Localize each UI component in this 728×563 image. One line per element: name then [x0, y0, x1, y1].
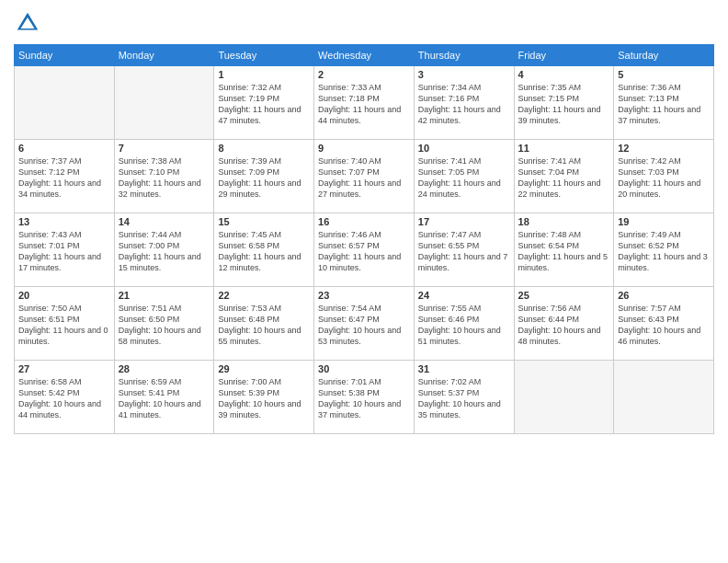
calendar-cell [114, 66, 214, 140]
day-info: Sunrise: 7:42 AM Sunset: 7:03 PM Dayligh… [618, 155, 710, 201]
day-info: Sunrise: 7:39 AM Sunset: 7:09 PM Dayligh… [218, 155, 310, 201]
calendar-cell: 2Sunrise: 7:33 AM Sunset: 7:18 PM Daylig… [314, 66, 415, 140]
day-info: Sunrise: 7:00 AM Sunset: 5:39 PM Dayligh… [218, 376, 310, 421]
day-number: 30 [318, 363, 410, 374]
day-number: 15 [218, 216, 310, 227]
calendar-cell: 21Sunrise: 7:51 AM Sunset: 6:50 PM Dayli… [114, 287, 214, 361]
day-info: Sunrise: 7:37 AM Sunset: 7:12 PM Dayligh… [18, 155, 110, 201]
calendar-cell: 26Sunrise: 7:57 AM Sunset: 6:43 PM Dayli… [614, 287, 714, 361]
day-number: 19 [618, 216, 710, 227]
day-info: Sunrise: 7:01 AM Sunset: 5:38 PM Dayligh… [318, 376, 410, 421]
day-number: 24 [418, 290, 510, 301]
calendar-week-4: 20Sunrise: 7:50 AM Sunset: 6:51 PM Dayli… [15, 287, 714, 361]
day-number: 1 [218, 69, 310, 80]
day-number: 28 [119, 363, 210, 374]
col-header-thursday: Thursday [414, 45, 514, 66]
calendar-cell: 4Sunrise: 7:35 AM Sunset: 7:15 PM Daylig… [514, 66, 614, 140]
day-info: Sunrise: 7:40 AM Sunset: 7:07 PM Dayligh… [318, 155, 410, 201]
day-info: Sunrise: 7:50 AM Sunset: 6:51 PM Dayligh… [18, 303, 110, 348]
col-header-friday: Friday [514, 45, 614, 66]
day-info: Sunrise: 7:55 AM Sunset: 6:46 PM Dayligh… [418, 303, 510, 348]
day-info: Sunrise: 7:46 AM Sunset: 6:57 PM Dayligh… [318, 229, 410, 274]
day-info: Sunrise: 7:47 AM Sunset: 6:55 PM Dayligh… [418, 229, 510, 274]
day-number: 4 [518, 69, 610, 80]
day-info: Sunrise: 7:34 AM Sunset: 7:16 PM Dayligh… [418, 82, 510, 127]
calendar-cell: 23Sunrise: 7:54 AM Sunset: 6:47 PM Dayli… [314, 287, 415, 361]
calendar-cell: 18Sunrise: 7:48 AM Sunset: 6:54 PM Dayli… [514, 213, 614, 287]
calendar-cell: 5Sunrise: 7:36 AM Sunset: 7:13 PM Daylig… [614, 66, 714, 140]
calendar-cell: 22Sunrise: 7:53 AM Sunset: 6:48 PM Dayli… [214, 287, 314, 361]
col-header-sunday: Sunday [15, 45, 115, 66]
col-header-tuesday: Tuesday [214, 45, 314, 66]
calendar-week-5: 27Sunrise: 6:58 AM Sunset: 5:42 PM Dayli… [15, 361, 714, 434]
day-info: Sunrise: 7:41 AM Sunset: 7:04 PM Dayligh… [518, 155, 610, 201]
day-info: Sunrise: 7:44 AM Sunset: 7:00 PM Dayligh… [119, 229, 210, 274]
calendar-cell [15, 66, 115, 140]
day-info: Sunrise: 7:41 AM Sunset: 7:05 PM Dayligh… [418, 155, 510, 201]
logo-icon [14, 9, 41, 37]
calendar-cell [614, 361, 714, 434]
day-info: Sunrise: 7:36 AM Sunset: 7:13 PM Dayligh… [618, 82, 710, 127]
day-number: 7 [119, 143, 210, 154]
day-number: 31 [418, 363, 510, 374]
day-info: Sunrise: 6:59 AM Sunset: 5:41 PM Dayligh… [119, 376, 210, 421]
day-number: 2 [318, 69, 410, 80]
calendar-cell: 10Sunrise: 7:41 AM Sunset: 7:05 PM Dayli… [414, 140, 514, 213]
day-info: Sunrise: 7:53 AM Sunset: 6:48 PM Dayligh… [218, 303, 310, 348]
calendar-cell: 28Sunrise: 6:59 AM Sunset: 5:41 PM Dayli… [114, 361, 214, 434]
day-number: 16 [318, 216, 410, 227]
calendar-cell: 16Sunrise: 7:46 AM Sunset: 6:57 PM Dayli… [314, 213, 415, 287]
calendar-cell: 14Sunrise: 7:44 AM Sunset: 7:00 PM Dayli… [114, 213, 214, 287]
day-number: 26 [618, 290, 710, 301]
day-number: 29 [218, 363, 310, 374]
logo [14, 9, 45, 37]
day-number: 18 [518, 216, 610, 227]
day-number: 23 [318, 290, 410, 301]
day-info: Sunrise: 7:54 AM Sunset: 6:47 PM Dayligh… [318, 303, 410, 348]
day-number: 12 [618, 143, 710, 154]
calendar-cell: 19Sunrise: 7:49 AM Sunset: 6:52 PM Dayli… [614, 213, 714, 287]
day-number: 27 [18, 363, 110, 374]
col-header-saturday: Saturday [614, 45, 714, 66]
day-info: Sunrise: 7:02 AM Sunset: 5:37 PM Dayligh… [418, 376, 510, 421]
day-info: Sunrise: 7:49 AM Sunset: 6:52 PM Dayligh… [618, 229, 710, 274]
day-number: 10 [418, 143, 510, 154]
calendar-cell: 17Sunrise: 7:47 AM Sunset: 6:55 PM Dayli… [414, 213, 514, 287]
calendar-cell: 25Sunrise: 7:56 AM Sunset: 6:44 PM Dayli… [514, 287, 614, 361]
calendar-cell: 6Sunrise: 7:37 AM Sunset: 7:12 PM Daylig… [15, 140, 115, 213]
calendar-cell: 3Sunrise: 7:34 AM Sunset: 7:16 PM Daylig… [414, 66, 514, 140]
calendar-cell: 30Sunrise: 7:01 AM Sunset: 5:38 PM Dayli… [314, 361, 415, 434]
day-info: Sunrise: 7:35 AM Sunset: 7:15 PM Dayligh… [518, 82, 610, 127]
calendar-cell: 1Sunrise: 7:32 AM Sunset: 7:19 PM Daylig… [214, 66, 314, 140]
calendar-cell: 12Sunrise: 7:42 AM Sunset: 7:03 PM Dayli… [614, 140, 714, 213]
day-number: 20 [18, 290, 110, 301]
day-info: Sunrise: 7:32 AM Sunset: 7:19 PM Dayligh… [218, 82, 310, 127]
day-info: Sunrise: 7:45 AM Sunset: 6:58 PM Dayligh… [218, 229, 310, 274]
day-info: Sunrise: 7:51 AM Sunset: 6:50 PM Dayligh… [119, 303, 210, 348]
calendar-week-2: 6Sunrise: 7:37 AM Sunset: 7:12 PM Daylig… [15, 140, 714, 213]
day-info: Sunrise: 7:33 AM Sunset: 7:18 PM Dayligh… [318, 82, 410, 127]
day-info: Sunrise: 7:56 AM Sunset: 6:44 PM Dayligh… [518, 303, 610, 348]
day-number: 13 [18, 216, 110, 227]
col-header-wednesday: Wednesday [314, 45, 415, 66]
calendar-page: SundayMondayTuesdayWednesdayThursdayFrid… [0, 0, 728, 563]
calendar-cell: 13Sunrise: 7:43 AM Sunset: 7:01 PM Dayli… [15, 213, 115, 287]
day-info: Sunrise: 7:43 AM Sunset: 7:01 PM Dayligh… [18, 229, 110, 274]
calendar-cell: 7Sunrise: 7:38 AM Sunset: 7:10 PM Daylig… [114, 140, 214, 213]
calendar-cell: 27Sunrise: 6:58 AM Sunset: 5:42 PM Dayli… [15, 361, 115, 434]
day-number: 6 [18, 143, 110, 154]
calendar-cell: 9Sunrise: 7:40 AM Sunset: 7:07 PM Daylig… [314, 140, 415, 213]
day-info: Sunrise: 7:38 AM Sunset: 7:10 PM Dayligh… [119, 155, 210, 201]
col-header-monday: Monday [114, 45, 214, 66]
calendar-header-row: SundayMondayTuesdayWednesdayThursdayFrid… [15, 45, 714, 66]
calendar-cell: 15Sunrise: 7:45 AM Sunset: 6:58 PM Dayli… [214, 213, 314, 287]
calendar-week-3: 13Sunrise: 7:43 AM Sunset: 7:01 PM Dayli… [15, 213, 714, 287]
day-number: 21 [119, 290, 210, 301]
day-number: 25 [518, 290, 610, 301]
header [14, 9, 714, 37]
calendar-cell: 8Sunrise: 7:39 AM Sunset: 7:09 PM Daylig… [214, 140, 314, 213]
calendar-cell [514, 361, 614, 434]
calendar-cell: 11Sunrise: 7:41 AM Sunset: 7:04 PM Dayli… [514, 140, 614, 213]
day-number: 17 [418, 216, 510, 227]
calendar-week-1: 1Sunrise: 7:32 AM Sunset: 7:19 PM Daylig… [15, 66, 714, 140]
